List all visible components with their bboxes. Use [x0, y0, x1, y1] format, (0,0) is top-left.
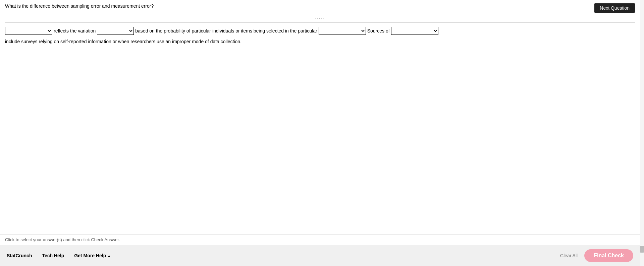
separator-line	[5, 22, 635, 23]
hint-text: Click to select your answer(s) and then …	[0, 234, 640, 245]
sentence-area: Sampling error Measurement error reflect…	[5, 26, 635, 46]
sentence-part-3: Sources of	[367, 26, 390, 36]
dropdown-2[interactable]: sample population statistic	[97, 27, 134, 35]
footer-bar: StatCrunch Tech Help Get More Help ▲ Cle…	[0, 245, 640, 266]
question-text: What is the difference between sampling …	[5, 3, 594, 9]
dropdown-4[interactable]: measurement error sampling error nonsamp…	[391, 27, 438, 35]
footer-right: Clear All Final Check	[560, 249, 633, 262]
final-check-button[interactable]: Final Check	[584, 249, 633, 262]
sentence-part-2: based on the probability of particular i…	[135, 26, 317, 36]
get-more-help-link[interactable]: Get More Help ▲	[74, 253, 111, 258]
scrollbar-thumb[interactable]	[640, 246, 644, 253]
next-question-button[interactable]: Next Question	[594, 3, 635, 13]
sentence-part-4: include surveys relying on self-reported…	[5, 37, 241, 46]
sentence-part-1: reflects the variation	[54, 26, 96, 36]
get-more-help-label: Get More Help	[74, 253, 106, 258]
scrollbar-track	[640, 0, 644, 266]
dropdown-3[interactable]: sampling error measurement error bias	[319, 27, 366, 35]
divider-dots: ·····	[5, 16, 635, 21]
dropdown-1[interactable]: Sampling error Measurement error	[5, 27, 52, 35]
statcrunch-link[interactable]: StatCrunch	[7, 253, 32, 258]
chevron-up-icon: ▲	[107, 254, 111, 258]
tech-help-link[interactable]: Tech Help	[42, 253, 64, 258]
clear-all-button[interactable]: Clear All	[560, 253, 578, 258]
footer-left: StatCrunch Tech Help Get More Help ▲	[7, 253, 111, 258]
